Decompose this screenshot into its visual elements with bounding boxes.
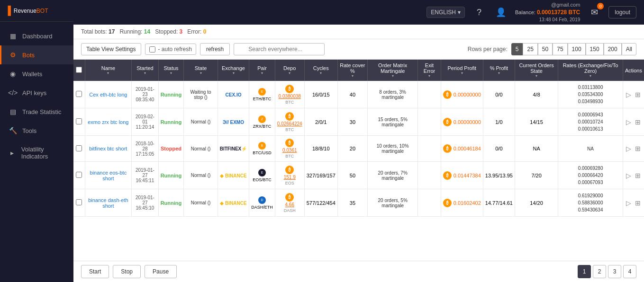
total-bots-label: Total bots: (81, 28, 107, 35)
sidebar-item-label: Volatility Indicators (21, 146, 67, 160)
page-2-button[interactable]: 2 (593, 265, 606, 278)
language-label: ENGLISH (431, 9, 456, 16)
sidebar-item-wallets[interactable]: ◉ Wallets (0, 64, 73, 83)
table-view-settings-button[interactable]: Table View Settings (81, 43, 141, 55)
bot-pair: DDASH/ETH (249, 189, 275, 217)
page-size-150[interactable]: 150 (586, 43, 604, 55)
sidebar-item-dashboard[interactable]: ▦ Dashboard (0, 26, 73, 45)
bot-current-orders: 7/20 (515, 162, 558, 189)
language-selector[interactable]: ENGLISH ▾ (426, 7, 465, 18)
grid-action-button[interactable]: ⊞ (634, 117, 642, 127)
bots-icon: ⚙ (8, 51, 18, 59)
bot-exit-error (418, 189, 441, 217)
grid-action-button[interactable]: ⊞ (634, 171, 642, 180)
grid-action-button[interactable]: ⊞ (634, 144, 642, 153)
bot-name-link[interactable]: exmo zrx btc long (88, 119, 128, 125)
bot-name-link[interactable]: Cex eth-btc long (89, 92, 127, 97)
row-select-checkbox[interactable] (76, 199, 82, 205)
sidebar-item-trade-statistic[interactable]: ▤ Trade Statistic (0, 102, 73, 121)
auto-refresh-checkbox[interactable] (149, 46, 155, 53)
balance-info: Balance: 0.00013728 BTC (515, 9, 580, 17)
bot-name-link[interactable]: binance eos-btc short (90, 170, 127, 181)
page-size-75[interactable]: 75 (553, 43, 567, 55)
header-time: 13:48 04 Feb, 2019 (515, 17, 580, 23)
run-action-button[interactable]: ▷ (625, 117, 632, 127)
sidebar: ▐ RevenueBOT ▦ Dashboard ⚙ Bots ◉ Wallet… (0, 0, 73, 282)
run-action-button[interactable]: ▷ (625, 144, 632, 153)
page-4-button[interactable]: 4 (623, 265, 636, 278)
bot-depo: ₿0.02664224BTC (275, 108, 304, 136)
bot-status: Running (158, 162, 184, 189)
bot-depo: ₿4.66DASH (275, 189, 304, 217)
bot-rates: 0.619290000.588360000.59430634 (558, 189, 623, 217)
sidebar-item-bots[interactable]: ⚙ Bots (0, 45, 73, 64)
page-size-200[interactable]: 200 (604, 43, 622, 55)
table-row: exmo zrx btc long 2019-02-0111:20:14 Run… (73, 108, 644, 136)
sidebar-item-tools[interactable]: 🔨 Tools (0, 121, 73, 140)
select-all-checkbox[interactable] (76, 67, 82, 73)
bot-status: Stopped (158, 136, 184, 162)
main-content: ENGLISH ▾ ? 👤 @gmail.com Balance: 0.0001… (73, 0, 644, 282)
refresh-button[interactable]: refresh (200, 43, 230, 55)
bot-period-profit: ₿ 0.00000000 (441, 108, 483, 136)
run-action-button[interactable]: ▷ (625, 198, 632, 208)
table-row: binance dash-eth short 2019-01-2716:45:1… (73, 189, 644, 217)
sidebar-item-label: Dashboard (22, 33, 53, 40)
logo-text: RevenueBOT (14, 8, 48, 14)
balance-value: 0.00013728 BTC (537, 9, 580, 16)
bot-order-matrix: 10 orders, 10% martingale (368, 136, 418, 162)
bot-rate-cover: 35 (337, 189, 367, 217)
page-size-buttons: 5 25 50 75 100 150 200 All (511, 43, 636, 55)
stop-button[interactable]: Stop (113, 265, 141, 278)
bot-period-profit: ₿ 0.01447384 (441, 162, 483, 189)
page-size-50[interactable]: 50 (538, 43, 553, 55)
grid-action-button[interactable]: ⊞ (634, 198, 642, 208)
bot-period-profit: ₿ 0.01602402 (441, 189, 483, 217)
bot-actions: ▷ ⊞ (623, 162, 644, 189)
page-size-25[interactable]: 25 (523, 43, 537, 55)
sidebar-item-volatility[interactable]: ▸ Volatility Indicators (0, 140, 73, 166)
bot-current-orders: 14/20 (515, 189, 558, 217)
error-value: 0 (203, 28, 207, 35)
logout-button[interactable]: logout (608, 6, 636, 18)
page-size-5[interactable]: 5 (511, 43, 523, 55)
run-action-button[interactable]: ▷ (625, 171, 632, 180)
row-select-checkbox[interactable] (76, 91, 82, 97)
bot-name-link[interactable]: binance dash-eth short (88, 197, 128, 209)
bot-state: Normal () (184, 136, 218, 162)
user-email: @gmail.com (515, 1, 580, 9)
bot-current-orders: 14/15 (515, 108, 558, 136)
row-checkbox (73, 136, 85, 162)
notifications-icon[interactable]: ✉ 0 (587, 5, 602, 20)
th-status: Status▾ (158, 60, 184, 81)
error-label: Error: (187, 28, 201, 35)
sidebar-item-api-keys[interactable]: </> API keys (0, 83, 73, 102)
bot-pair: ZZRX/BTC (249, 108, 275, 136)
row-select-checkbox[interactable] (76, 145, 82, 151)
api-icon: </> (8, 89, 18, 97)
grid-action-button[interactable]: ⊞ (634, 90, 642, 99)
search-input[interactable] (234, 43, 325, 55)
run-action-button[interactable]: ▷ (625, 90, 632, 99)
row-select-checkbox[interactable] (76, 172, 82, 178)
row-select-checkbox[interactable] (76, 118, 82, 124)
search-wrapper: 🔍 (234, 43, 464, 55)
bot-status: Running (158, 81, 184, 108)
bot-exchange: ◆ BINANCE (218, 189, 249, 217)
page-size-100[interactable]: 100 (568, 43, 586, 55)
user-icon[interactable]: 👤 (493, 5, 508, 20)
th-current-orders: Current Orders State▾ (515, 60, 558, 81)
page-1-button[interactable]: 1 (578, 265, 591, 278)
th-actions: Actions (623, 60, 644, 81)
pagination: 1 2 3 4 (578, 265, 636, 278)
bot-name-link[interactable]: bitfinex btc short (89, 146, 127, 151)
pause-button[interactable]: Pause (145, 265, 177, 278)
bot-period-profit: ₿ 0.00000000 (441, 81, 483, 108)
running-label: Running: (119, 28, 142, 35)
page-3-button[interactable]: 3 (608, 265, 621, 278)
start-button[interactable]: Start (81, 265, 109, 278)
bottom-bar: Start Stop Pause 1 2 3 4 (73, 261, 644, 282)
bot-exchange: CEX.IO (218, 81, 249, 108)
help-icon[interactable]: ? (472, 5, 487, 20)
page-size-all[interactable]: All (622, 43, 636, 55)
